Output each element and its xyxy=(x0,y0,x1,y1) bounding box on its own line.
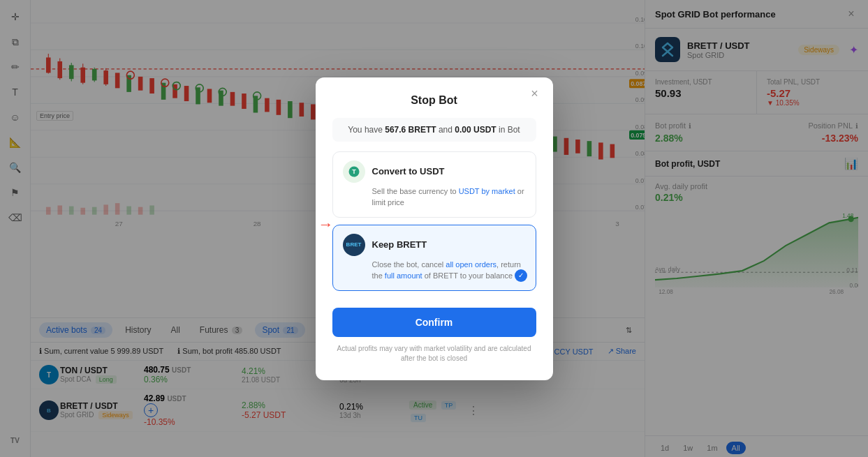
convert-desc-link: USDT by market xyxy=(459,187,515,195)
convert-desc: Sell the base currency to USDT by market… xyxy=(372,186,526,209)
stop-bot-modal: Stop Bot × You have 567.6 BRETT and 0.00… xyxy=(316,77,553,380)
info-brett: 567.6 BRETT xyxy=(385,125,436,135)
info-middle: and xyxy=(436,125,455,135)
modal-overlay: Stop Bot × You have 567.6 BRETT and 0.00… xyxy=(0,0,868,457)
modal-title: Stop Bot xyxy=(332,94,536,107)
tether-icon: T xyxy=(348,165,360,178)
option-convert[interactable]: T Convert to USDT Sell the base currency… xyxy=(332,151,536,218)
info-prefix: You have xyxy=(348,125,385,135)
keep-title: Keep BRETT xyxy=(372,239,427,250)
brett-icon: BRET xyxy=(343,234,365,256)
brett-text: BRET xyxy=(346,241,362,248)
svg-text:T: T xyxy=(352,168,356,175)
convert-title: Convert to USDT xyxy=(372,166,445,177)
info-suffix: in Bot xyxy=(496,125,520,135)
option-keep[interactable]: BRET Keep BRETT Close the bot, cancel al… xyxy=(332,225,536,291)
red-arrow-icon: → xyxy=(318,216,334,234)
modal-disclaimer: Actual profits may vary with market vola… xyxy=(332,344,536,364)
option-convert-header: T Convert to USDT xyxy=(343,160,526,183)
keep-desc: Close the bot, cancel all open orders, r… xyxy=(372,259,526,282)
info-usdt: 0.00 USDT xyxy=(455,125,496,135)
keep-desc-text: Close the bot, cancel all open orders, r… xyxy=(372,260,521,280)
check-mark-icon: ✓ xyxy=(515,269,527,282)
confirm-button[interactable]: Confirm xyxy=(332,308,536,337)
option-keep-header: BRET Keep BRETT xyxy=(343,234,526,256)
modal-close-button[interactable]: × xyxy=(527,86,543,103)
convert-desc-prefix: Sell the base currency to xyxy=(372,187,459,195)
convert-icon: T xyxy=(343,160,365,183)
modal-info-bar: You have 567.6 BRETT and 0.00 USDT in Bo… xyxy=(332,118,536,142)
